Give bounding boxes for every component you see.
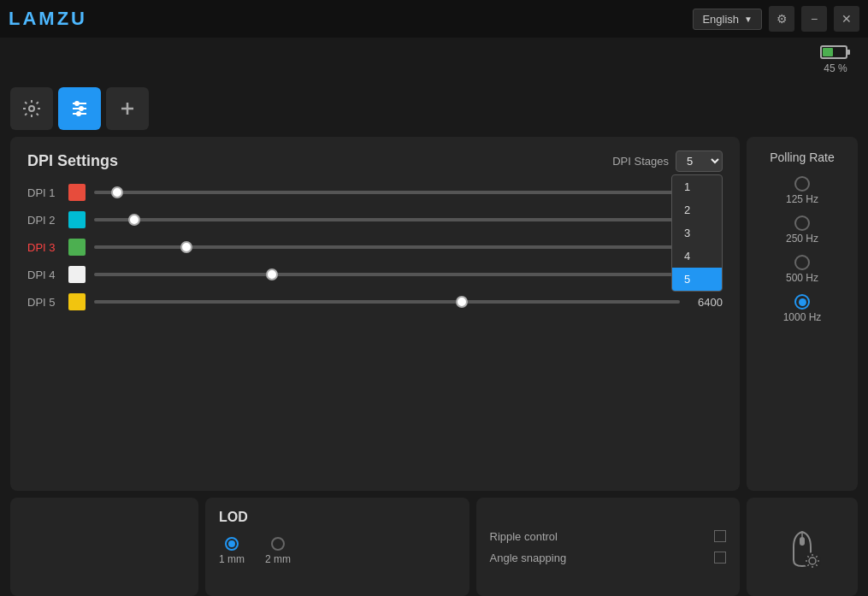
svg-line-23 bbox=[807, 564, 808, 565]
svg-line-20 bbox=[807, 556, 808, 557]
dpi-row-4: DPI 4 3200 bbox=[27, 266, 723, 283]
ripple-panel: Ripple control Angle snapping bbox=[476, 498, 741, 596]
dpi-header: DPI Settings DPI Stages 1 2 3 4 5 bbox=[27, 150, 723, 172]
angle-snapping-label: Angle snapping bbox=[490, 552, 567, 564]
lod-option-2mm: 2 mm bbox=[265, 537, 291, 565]
toolbar-dpi-button[interactable] bbox=[58, 87, 101, 130]
chevron-down-icon: ▼ bbox=[744, 15, 753, 24]
bottom-row: LOD 1 mm 2 mm Ripple control Angle snapp… bbox=[0, 498, 868, 596]
mouse-settings-icon bbox=[776, 522, 828, 573]
battery-percent: 45 % bbox=[824, 62, 847, 74]
svg-rect-1 bbox=[847, 50, 850, 55]
dpi-color-1[interactable] bbox=[68, 184, 86, 201]
polling-hz-1000: 1000 Hz bbox=[783, 311, 822, 323]
svg-point-8 bbox=[80, 107, 83, 110]
angle-snapping-checkbox[interactable] bbox=[714, 552, 726, 564]
dpi-panel: DPI Settings DPI Stages 1 2 3 4 5 bbox=[10, 137, 740, 491]
dpi-title: DPI Settings bbox=[27, 152, 118, 170]
lod-label-2mm: 2 mm bbox=[265, 553, 291, 565]
dpi-label-2: DPI 2 bbox=[27, 214, 60, 227]
title-bar-left: LAMZU bbox=[9, 8, 87, 30]
logo: LAMZU bbox=[9, 8, 87, 30]
polling-radio-1000[interactable] bbox=[794, 294, 810, 310]
minimize-button[interactable]: − bbox=[801, 6, 827, 32]
lod-title: LOD bbox=[219, 510, 456, 525]
dpi-label-4: DPI 4 bbox=[27, 268, 60, 281]
dpi-slider-4[interactable] bbox=[94, 273, 680, 276]
polling-radio-500[interactable] bbox=[794, 255, 810, 270]
close-button[interactable]: ✕ bbox=[834, 6, 859, 32]
title-bar-right: English ▼ ⚙ − ✕ bbox=[693, 6, 859, 32]
lod-option-1mm: 1 mm bbox=[219, 537, 245, 565]
dpi-row-2: DPI 2 800 bbox=[27, 211, 723, 228]
dpi-row-5: DPI 5 6400 bbox=[27, 293, 723, 310]
language-label: English bbox=[702, 13, 739, 26]
toolbar-add-button[interactable] bbox=[106, 87, 149, 130]
dpi-stages-select[interactable]: 1 2 3 4 5 bbox=[676, 150, 723, 172]
panels-row: DPI Settings DPI Stages 1 2 3 4 5 bbox=[0, 137, 868, 491]
toolbar-settings-button[interactable] bbox=[10, 87, 53, 130]
dropdown-item-2[interactable]: 2 bbox=[672, 198, 722, 221]
polling-hz-500: 500 Hz bbox=[786, 272, 818, 284]
dpi-row-3: DPI 3 1600 bbox=[27, 239, 723, 256]
dpi-stages-label: DPI Stages bbox=[612, 155, 669, 168]
dpi-stages-dropdown[interactable]: 1 2 3 4 5 bbox=[671, 174, 723, 292]
dropdown-item-3[interactable]: 3 bbox=[672, 221, 722, 245]
dropdown-item-4[interactable]: 4 bbox=[672, 245, 722, 268]
polling-option-250: 250 Hz bbox=[755, 215, 849, 245]
dpi-row-1: DPI 1 400 bbox=[27, 184, 723, 201]
header-row: 45 % bbox=[0, 38, 868, 80]
toolbar bbox=[0, 80, 868, 137]
title-bar: LAMZU English ▼ ⚙ − ✕ bbox=[0, 0, 868, 38]
bottom-left-panel bbox=[10, 498, 198, 596]
ripple-control-checkbox[interactable] bbox=[714, 530, 726, 542]
polling-radio-125[interactable] bbox=[794, 176, 810, 192]
lod-options: 1 mm 2 mm bbox=[219, 537, 456, 565]
polling-hz-125: 125 Hz bbox=[786, 193, 818, 205]
dpi-color-2[interactable] bbox=[68, 211, 86, 228]
battery-indicator: 45 % bbox=[820, 44, 851, 74]
svg-point-3 bbox=[29, 106, 34, 111]
dpi-value-5: 6400 bbox=[688, 296, 723, 309]
polling-radio-250[interactable] bbox=[794, 215, 810, 231]
dpi-slider-2[interactable] bbox=[94, 218, 680, 221]
dpi-label-1: DPI 1 bbox=[27, 186, 60, 199]
dpi-slider-1[interactable] bbox=[94, 191, 680, 194]
dpi-color-3[interactable] bbox=[68, 239, 86, 256]
polling-rate-title: Polling Rate bbox=[770, 150, 835, 164]
dpi-slider-5[interactable] bbox=[94, 300, 680, 304]
ripple-row: Ripple control bbox=[490, 530, 727, 543]
svg-point-9 bbox=[77, 112, 80, 115]
dpi-slider-3[interactable] bbox=[94, 245, 680, 249]
polling-rate-panel: Polling Rate 125 Hz 250 Hz 500 Hz 1000 H… bbox=[747, 137, 858, 491]
settings-title-button[interactable]: ⚙ bbox=[769, 6, 794, 32]
dpi-header-right: DPI Stages 1 2 3 4 5 1 2 bbox=[612, 150, 723, 172]
lod-label-1mm: 1 mm bbox=[219, 553, 245, 565]
polling-option-500: 500 Hz bbox=[755, 255, 849, 284]
polling-option-1000: 1000 Hz bbox=[755, 294, 849, 323]
app-wrapper: LAMZU English ▼ ⚙ − ✕ 45 % bbox=[0, 0, 868, 596]
ripple-control-label: Ripple control bbox=[490, 530, 558, 543]
lod-radio-2mm[interactable] bbox=[271, 537, 285, 551]
angle-row: Angle snapping bbox=[490, 552, 727, 564]
dpi-color-4[interactable] bbox=[68, 266, 86, 283]
svg-point-7 bbox=[75, 102, 79, 105]
dropdown-item-1[interactable]: 1 bbox=[672, 175, 722, 198]
polling-hz-250: 250 Hz bbox=[786, 233, 818, 245]
dpi-label-5: DPI 5 bbox=[27, 296, 60, 309]
svg-line-21 bbox=[816, 564, 817, 565]
dpi-label-3: DPI 3 bbox=[27, 241, 60, 254]
lod-radio-1mm[interactable] bbox=[225, 537, 239, 551]
svg-rect-2 bbox=[823, 48, 833, 56]
polling-option-125: 125 Hz bbox=[755, 176, 849, 205]
dropdown-item-5[interactable]: 5 bbox=[672, 268, 722, 291]
lod-panel: LOD 1 mm 2 mm bbox=[205, 498, 469, 596]
dpi-color-5[interactable] bbox=[68, 293, 86, 310]
bottom-right-panel[interactable] bbox=[747, 498, 858, 596]
battery-icon bbox=[820, 44, 851, 61]
svg-line-22 bbox=[816, 556, 817, 557]
dpi-stages-container: 1 2 3 4 5 1 2 3 4 5 bbox=[676, 150, 723, 172]
language-selector[interactable]: English ▼ bbox=[693, 9, 762, 30]
svg-rect-13 bbox=[800, 537, 805, 546]
